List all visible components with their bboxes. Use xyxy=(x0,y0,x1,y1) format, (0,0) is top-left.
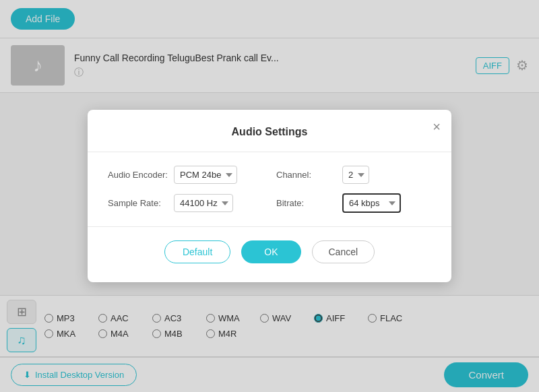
audio-settings-modal: × Audio Settings Audio Encoder: PCM 24be… xyxy=(88,110,451,282)
encoder-select[interactable]: PCM 24be PCM 16be PCM 32be xyxy=(174,166,237,184)
channel-label: Channel: xyxy=(276,170,337,180)
modal-divider-top xyxy=(88,152,451,152)
bitrate-select[interactable]: 64 kbps 128 kbps 192 kbps 256 kbps 320 k… xyxy=(342,193,401,213)
sample-rate-label: Sample Rate: xyxy=(108,198,168,208)
channel-row: Channel: 2 1 6 xyxy=(276,166,431,184)
modal-close-button[interactable]: × xyxy=(433,119,441,135)
sample-rate-row: Sample Rate: 44100 Hz 22050 Hz 48000 Hz xyxy=(108,193,263,213)
sample-rate-select[interactable]: 44100 Hz 22050 Hz 48000 Hz xyxy=(174,194,233,212)
settings-grid: Audio Encoder: PCM 24be PCM 16be PCM 32b… xyxy=(108,166,431,213)
modal-buttons: Default OK Cancel xyxy=(108,240,431,263)
bitrate-label: Bitrate: xyxy=(276,198,337,208)
ok-button[interactable]: OK xyxy=(241,240,300,263)
bitrate-row: Bitrate: 64 kbps 128 kbps 192 kbps 256 k… xyxy=(276,193,431,213)
channel-select[interactable]: 2 1 6 xyxy=(342,166,369,184)
encoder-row: Audio Encoder: PCM 24be PCM 16be PCM 32b… xyxy=(108,166,263,184)
encoder-label: Audio Encoder: xyxy=(108,170,168,180)
modal-overlay: × Audio Settings Audio Encoder: PCM 24be… xyxy=(0,0,539,392)
modal-divider-bottom xyxy=(88,226,451,227)
default-button[interactable]: Default xyxy=(164,240,230,263)
cancel-button[interactable]: Cancel xyxy=(312,240,375,263)
modal-title: Audio Settings xyxy=(108,126,431,138)
